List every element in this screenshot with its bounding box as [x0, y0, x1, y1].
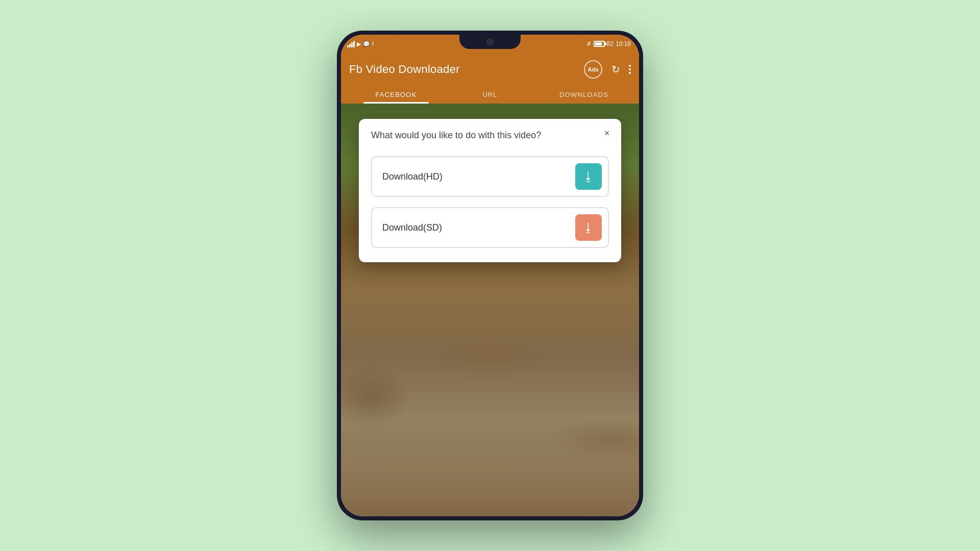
time-display: 10:18 — [616, 40, 631, 47]
app-title: Fb Video Downloader — [349, 63, 460, 76]
phone-container: ▶ 💬 f ✗ 82 10:18 Fb Video Downloader Ads — [337, 31, 643, 520]
dialog-overlay: × What would you like to do with this vi… — [341, 104, 639, 516]
front-camera — [486, 38, 494, 45]
bluetooth-icon: ✗ — [586, 40, 592, 47]
facebook-icon: f — [372, 41, 374, 47]
download-sd-icon: ⭳ — [575, 214, 602, 241]
signal-icon — [347, 40, 355, 47]
content-area: × What would you like to do with this vi… — [341, 104, 639, 516]
download-dialog: × What would you like to do with this vi… — [359, 119, 621, 262]
download-hd-button[interactable]: Download(HD) ⭳ — [371, 156, 609, 197]
refresh-icon: ↻ — [611, 63, 620, 76]
close-icon: × — [604, 129, 610, 138]
more-menu-button[interactable] — [629, 60, 631, 79]
download-hd-label: Download(HD) — [382, 171, 443, 182]
battery-percent: 82 — [607, 40, 614, 47]
download-sd-label: Download(SD) — [382, 222, 442, 233]
whatsapp-icon: 💬 — [363, 41, 370, 47]
download-sd-button[interactable]: Download(SD) ⭳ — [371, 207, 609, 248]
tab-downloads[interactable]: DOWNLOADS — [537, 85, 631, 104]
status-left: ▶ 💬 f — [347, 40, 374, 47]
phone-notch — [459, 35, 521, 49]
tab-bar: FACEBOOK URL DOWNLOADS — [349, 85, 631, 104]
dot-3 — [629, 72, 631, 74]
hd-arrow-icon: ⭳ — [582, 170, 595, 183]
app-header: Fb Video Downloader Ads ↻ — [341, 53, 639, 104]
download-hd-icon: ⭳ — [575, 163, 602, 190]
app-title-row: Fb Video Downloader Ads ↻ — [349, 60, 631, 79]
sd-arrow-icon: ⭳ — [582, 221, 595, 234]
battery-icon — [594, 41, 605, 47]
refresh-button[interactable]: ↻ — [606, 60, 625, 79]
battery-fill — [595, 42, 602, 45]
tab-url[interactable]: URL — [443, 85, 537, 104]
dot-1 — [629, 65, 631, 67]
phone-inner: ▶ 💬 f ✗ 82 10:18 Fb Video Downloader Ads — [341, 35, 639, 516]
yt-icon: ▶ — [357, 41, 361, 47]
header-actions: Ads ↻ — [584, 60, 631, 79]
dot-2 — [629, 68, 631, 70]
status-right: ✗ 82 10:18 — [586, 40, 631, 47]
ads-button[interactable]: Ads — [584, 60, 602, 79]
dialog-question: What would you like to do with this vide… — [371, 129, 609, 142]
dialog-close-button[interactable]: × — [600, 126, 614, 140]
tab-facebook[interactable]: FACEBOOK — [349, 85, 443, 104]
